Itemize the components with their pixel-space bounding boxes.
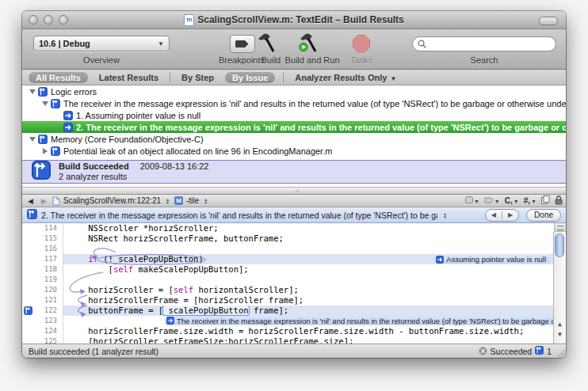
code-line[interactable]: 115 NSRect horizScrollerFrame, buttonFra… — [22, 233, 554, 244]
code-line[interactable]: 124 horizScrollerFrame.size.width = hori… — [22, 326, 554, 336]
method-popup[interactable]: -tile — [186, 196, 199, 205]
code-line[interactable]: 116 — [22, 244, 554, 254]
tasks-button[interactable] — [352, 34, 371, 55]
filter-by-step[interactable]: By Step — [178, 73, 217, 82]
code-line-text[interactable]: horizScroller = [self horizontalScroller… — [63, 285, 554, 295]
result-row[interactable]: 2. The receiver in the message expressio… — [22, 121, 566, 133]
counterpart-menu-button[interactable]: C,▼ — [505, 196, 519, 205]
markers-menu-button[interactable]: ▼ — [484, 196, 500, 205]
code-line[interactable]: 121 horizScrollerFrame = [horizScroller … — [22, 295, 554, 306]
line-number-gutter[interactable]: 124 — [22, 326, 63, 336]
updown-stepper-icon[interactable]: ▲▼ — [443, 212, 447, 218]
filter-divider — [170, 72, 170, 82]
disclosure-triangle-icon[interactable] — [29, 137, 36, 142]
scroll-down-icon[interactable]: ▼ — [554, 329, 566, 340]
result-row[interactable]: Memory (Core Foundation/Objective-C) — [22, 133, 566, 145]
done-button[interactable]: Done — [526, 209, 561, 222]
filter-latest-results[interactable]: Latest Results — [96, 73, 162, 82]
toolbar-toggle-button[interactable] — [539, 17, 558, 25]
result-row[interactable]: The receiver in the message expression i… — [22, 97, 566, 109]
title-bar[interactable]: m ScalingScrollView.m: TextEdit – Build … — [22, 11, 566, 29]
analyzer-step-annotation[interactable]: Assuming pointer value is null — [434, 255, 551, 264]
code-line-text[interactable] — [63, 244, 554, 254]
code-line[interactable]: 123The receiver in the message expressio… — [22, 316, 554, 326]
code-line[interactable]: 114 NSScroller *horizScroller; — [22, 223, 554, 233]
line-number-gutter[interactable]: 120 — [22, 285, 63, 295]
file-popup[interactable]: ScalingScrollView.m:122:21 — [63, 196, 161, 205]
minimize-window-icon[interactable] — [44, 15, 53, 25]
bookmarks-menu-button[interactable]: ▼ — [465, 196, 479, 205]
close-window-icon[interactable] — [29, 15, 38, 25]
code-line-text[interactable]: NSRect horizScrollerFrame, buttonFrame; — [63, 233, 554, 244]
line-number-gutter[interactable]: 121 — [22, 295, 63, 306]
result-row[interactable]: Potential leak of an object allocated on… — [22, 145, 566, 157]
split-editor-button[interactable] — [554, 223, 566, 232]
hammer-icon — [256, 32, 277, 53]
code-line-text[interactable]: The receiver in the message expression i… — [63, 316, 554, 326]
line-number-gutter[interactable]: 115 — [22, 233, 63, 244]
previous-issue-button[interactable]: ◀ — [486, 211, 502, 218]
lock-button[interactable] — [555, 196, 563, 207]
code-line[interactable]: 125 [horizScroller setFrameSize:horizScr… — [22, 336, 554, 344]
code-line-text[interactable]: horizScrollerFrame = [horizScroller fram… — [63, 295, 554, 306]
line-number-gutter[interactable]: 116 — [22, 244, 63, 254]
build-succeeded-banner[interactable]: Build Succeeded 2009-08-13 16:22 2 analy… — [22, 160, 566, 184]
line-menu-button[interactable]: #,▼ — [524, 196, 536, 205]
vertical-scrollbar[interactable]: ▲ ▼ — [553, 232, 566, 344]
updown-stepper-icon[interactable]: ▲▼ — [204, 198, 208, 204]
code-line[interactable]: 118 [self makeScalePopUpButton]; — [22, 264, 554, 275]
history-forward-button[interactable]: ▶ — [39, 197, 49, 205]
pane-splitter[interactable] — [22, 187, 566, 195]
overview-popup[interactable]: 10.6 | Debug ▼ — [33, 36, 170, 51]
result-row[interactable]: Logic errors — [22, 85, 566, 97]
next-issue-button[interactable]: ▶ — [502, 211, 518, 218]
code-line-text[interactable] — [63, 275, 554, 285]
code-line[interactable]: 122 buttonFrame = [_scalePopUpButton fra… — [22, 306, 554, 316]
scrollbar-thumb[interactable] — [555, 233, 564, 257]
code-line-text[interactable]: buttonFrame = [_scalePopUpButton frame]; — [63, 306, 554, 316]
code-line[interactable]: 119 — [22, 275, 554, 285]
code-line-text[interactable]: [horizScroller setFrameSize:horizScrolle… — [63, 336, 554, 344]
result-row[interactable]: 1. Assuming pointer value is null — [22, 109, 566, 121]
build-and-run-button[interactable] — [296, 32, 319, 55]
duplicate-file-button[interactable] — [541, 196, 550, 206]
analyzer-result-annotation[interactable]: The receiver in the message expression i… — [165, 316, 554, 325]
code-editor[interactable]: 114 NSScroller *horizScroller;115 NSRect… — [22, 223, 566, 344]
line-number-gutter[interactable]: 123 — [22, 316, 63, 326]
filter-by-issue[interactable]: By Issue — [225, 72, 275, 83]
history-back-button[interactable]: ◀ — [25, 197, 36, 205]
search-field[interactable] — [412, 36, 556, 51]
chevron-down-icon: ▼ — [390, 75, 396, 82]
filter-analyzer-results-only[interactable]: Analyzer Results Only▼ — [292, 73, 399, 82]
disclosure-triangle-icon[interactable] — [29, 89, 36, 94]
code-line-text[interactable]: if (!_scalePopUpButton)Assuming pointer … — [63, 254, 554, 264]
disclosure-triangle-icon[interactable] — [41, 101, 49, 106]
line-number-gutter[interactable]: 118 — [22, 264, 63, 275]
line-number-gutter[interactable]: 122 — [22, 306, 63, 316]
scroll-up-icon[interactable]: ▲ — [554, 319, 566, 329]
code-line-text[interactable]: horizScrollerFrame.size.width = horizScr… — [63, 326, 554, 336]
zoom-window-icon[interactable] — [59, 15, 68, 25]
chevron-down-icon: ▼ — [158, 40, 164, 47]
disclosure-triangle-icon[interactable] — [41, 148, 49, 154]
code-line[interactable]: 117 if (!_scalePopUpButton)Assuming poin… — [22, 254, 554, 264]
build-results-list: Logic errorsThe receiver in the message … — [22, 85, 566, 157]
code-line-text[interactable]: NSScroller *horizScroller; — [63, 223, 554, 233]
filter-all-results[interactable]: All Results — [29, 72, 88, 83]
breakpoints-button[interactable] — [230, 35, 255, 53]
line-number-gutter[interactable]: 114 — [22, 223, 63, 233]
line-number-gutter[interactable]: 119 — [22, 275, 63, 285]
analyzer-count[interactable]: 1 — [547, 347, 552, 356]
splitter-dimple-icon — [294, 188, 299, 192]
result-row-label: Logic errors — [51, 87, 97, 97]
banner-title: Build Succeeded — [59, 161, 129, 172]
updown-stepper-icon[interactable]: ▲▼ — [166, 198, 170, 204]
resize-grip[interactable] — [556, 347, 566, 358]
code-line[interactable]: 120 horizScroller = [self horizontalScro… — [22, 285, 554, 295]
succeeded-label[interactable]: Succeeded — [491, 347, 533, 356]
line-number-gutter[interactable]: 125 — [22, 336, 63, 344]
analyzer-icon — [38, 135, 48, 144]
code-line-text[interactable]: [self makeScalePopUpButton]; — [63, 264, 554, 275]
build-button[interactable] — [256, 32, 277, 55]
line-number-gutter[interactable]: 117 — [22, 254, 63, 264]
